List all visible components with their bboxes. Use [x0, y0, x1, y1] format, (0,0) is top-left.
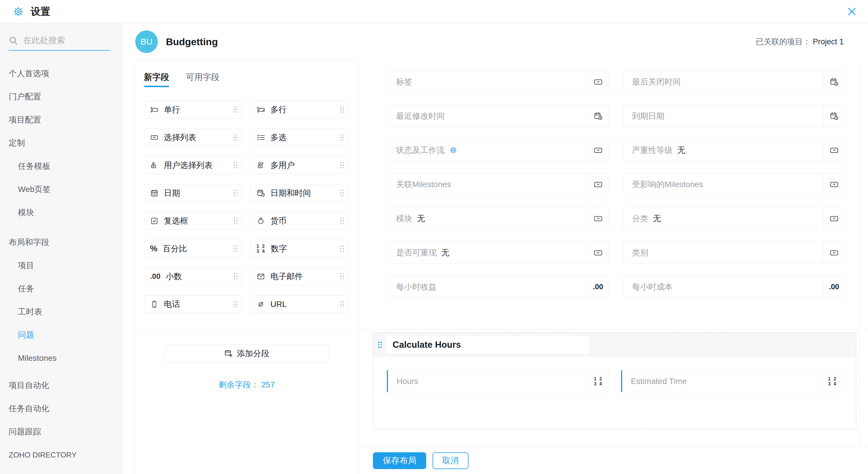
drag-handle-icon[interactable] [234, 134, 237, 141]
sidebar-item-modules[interactable]: 模块 [18, 208, 122, 217]
cancel-button[interactable]: 取消 [433, 452, 468, 469]
drag-handle-icon[interactable] [340, 273, 344, 280]
chip-email[interactable]: 电子邮件 [250, 267, 349, 285]
chip-number[interactable]: 1 23 4 数字 [250, 240, 349, 257]
drag-handle-icon[interactable] [234, 246, 237, 252]
scrollbar-track[interactable] [859, 61, 859, 446]
sidebar-item-customization[interactable]: 定制 [9, 138, 122, 148]
layout-field-last-closed-time[interactable]: 最后关闭时间 [623, 71, 845, 93]
sidebar-item-portal-config[interactable]: 门户配置 [9, 92, 122, 102]
link-icon [256, 300, 265, 309]
drag-handle-icon[interactable] [340, 190, 344, 196]
chip-url[interactable]: URL [250, 295, 349, 313]
chip-currency[interactable]: 货币 [250, 212, 349, 230]
drag-handle-icon[interactable] [234, 162, 237, 168]
drag-handle-icon[interactable] [340, 301, 344, 308]
workflow-settings-icon[interactable] [450, 146, 457, 154]
section-title-box[interactable]: Calculate Hours [386, 336, 589, 354]
layout-field-status-workflow[interactable]: 状态及工作流 [387, 139, 609, 161]
tab-new-fields[interactable]: 新字段 [144, 72, 169, 87]
layout-field-tags[interactable]: 标签 [387, 71, 609, 93]
layout-field-category[interactable]: 类别 [623, 242, 845, 264]
sidebar-item-layouts-and-fields[interactable]: 布局和字段 [9, 238, 122, 247]
layout-field-estimated-time[interactable]: Estimated Time 1 23 4 [621, 370, 843, 392]
sidebar-item-milestones[interactable]: Milestones [18, 353, 122, 363]
decimal-icon: .00 [829, 282, 839, 291]
layout-field-reproducible[interactable]: 是否可重现 无 [387, 242, 609, 264]
layout-field-classification[interactable]: 分类 无 [623, 207, 845, 230]
dropdown-icon [593, 77, 603, 87]
chip-multi-user[interactable]: 多用户 [250, 156, 349, 174]
layout-field-affected-milestones[interactable]: 受影响的Milestones [623, 173, 845, 195]
chip-date[interactable]: 日期 [144, 184, 242, 202]
field-label: Estimated Time [631, 377, 687, 386]
sidebar-item-zoho-directory[interactable]: ZOHO DIRECTORY [9, 450, 122, 460]
layout-field-due-date[interactable]: 到期日期 [623, 105, 845, 127]
drag-handle-icon[interactable] [234, 106, 237, 113]
search-input[interactable] [23, 35, 102, 45]
title-bar: 设置 [0, 0, 868, 23]
sidebar-item-personal-preferences[interactable]: 个人首选项 [9, 69, 122, 78]
layout-field-hourly-revenue[interactable]: 每小时收益 .00 [387, 276, 609, 298]
chip-label: 复选框 [164, 215, 188, 226]
close-button[interactable] [846, 6, 857, 17]
drag-handle-icon[interactable] [340, 246, 344, 252]
sidebar-item-task-templates[interactable]: 任务模板 [18, 161, 122, 171]
calendar-icon [150, 189, 159, 197]
layout-field-hourly-cost[interactable]: 每小时成本 .00 [623, 276, 845, 298]
chip-user-picklist[interactable]: 用户选择列表 [144, 156, 242, 174]
layout-field-hours[interactable]: Hours 1 23 4 [387, 370, 609, 392]
chip-multi-select[interactable]: 多选 [250, 129, 349, 146]
chip-phone[interactable]: 电话 [144, 295, 242, 313]
sidebar-item-tasks[interactable]: 任务 [18, 284, 122, 294]
layout-field-last-modified-time[interactable]: 最近修改时间 [387, 105, 609, 127]
layout-field-associated-milestones[interactable]: 关联Milestones [387, 173, 609, 195]
field-type-cell [587, 139, 609, 161]
chip-picklist[interactable]: 选择列表 [144, 129, 242, 146]
drag-handle-icon[interactable] [340, 134, 344, 141]
drag-handle-icon[interactable] [234, 273, 237, 280]
sidebar-item-projects[interactable]: 项目 [18, 261, 122, 271]
associated-projects-value[interactable]: Project 1 [813, 37, 844, 46]
avatar: BU [135, 30, 158, 53]
drag-handle-icon[interactable] [340, 106, 344, 113]
field-label: 是否可重现 [396, 247, 437, 258]
drag-handle-icon[interactable] [234, 190, 237, 196]
section-drag-handle-icon[interactable] [378, 342, 381, 348]
sidebar-item-timesheet[interactable]: 工时表 [18, 307, 122, 317]
sidebar-item-project-config[interactable]: 项目配置 [9, 115, 122, 125]
chip-date-time[interactable]: 日期和时间 [250, 184, 349, 202]
sidebar-item-project-automation[interactable]: 项目自动化 [9, 380, 122, 390]
dropdown-icon [593, 180, 603, 189]
sidebar-item-task-automation[interactable]: 任务自动化 [9, 404, 122, 413]
field-label-area: 最近修改时间 [388, 105, 587, 127]
add-section-button[interactable]: 添加分段 [165, 345, 329, 362]
field-label-area: 严重性等级 无 [623, 139, 823, 161]
dropdown-icon [830, 146, 839, 155]
chip-checkbox[interactable]: 复选框 [144, 212, 242, 230]
tab-available-fields[interactable]: 可用字段 [186, 72, 219, 87]
chip-decimal[interactable]: .00 小数 [144, 267, 242, 285]
field-label-area: 分类 无 [623, 208, 823, 229]
drag-handle-icon[interactable] [234, 218, 237, 224]
save-layout-button[interactable]: 保存布局 [373, 452, 426, 469]
sidebar-search[interactable] [9, 35, 110, 51]
drag-handle-icon[interactable] [340, 162, 344, 168]
sidebar-item-issue-tracking[interactable]: 问题跟踪 [9, 427, 122, 437]
field-label: 标签 [396, 76, 412, 88]
drag-handle-icon[interactable] [234, 301, 237, 308]
sidebar-item-issues[interactable]: 问题 [18, 330, 122, 340]
sidebar-item-web-tabs[interactable]: Web页签 [18, 185, 122, 194]
drag-handle-icon[interactable] [340, 218, 344, 224]
add-section-label: 添加分段 [237, 348, 269, 359]
chip-single-line[interactable]: 单行 [144, 101, 242, 119]
dropdown-icon [593, 248, 603, 257]
dropdown-icon [593, 214, 603, 223]
section-title: Calculate Hours [393, 340, 461, 350]
layout-field-severity[interactable]: 严重性等级 无 [623, 139, 845, 161]
chip-percent[interactable]: % 百分比 [144, 240, 242, 257]
chip-multi-line[interactable]: 多行 [250, 101, 349, 119]
section-divider [359, 329, 868, 329]
chip-label: URL [271, 300, 287, 309]
layout-field-module[interactable]: 模块 无 [387, 207, 609, 230]
